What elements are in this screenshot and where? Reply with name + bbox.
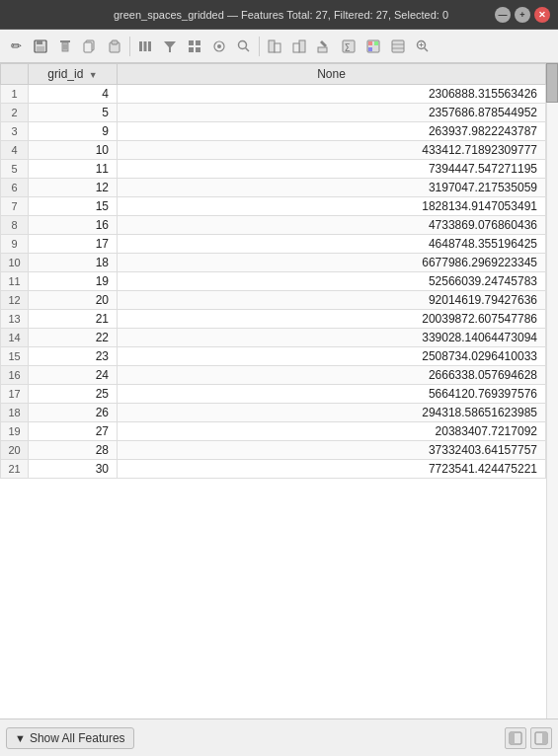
table-container: grid_id ▼ None 142306888.315563426252357…	[0, 63, 558, 718]
none-cell: 20383407.7217092	[118, 422, 546, 441]
grid-id-cell: 17	[29, 235, 118, 254]
table-scroll-area[interactable]: grid_id ▼ None 142306888.315563426252357…	[0, 63, 558, 718]
more-options-button[interactable]	[386, 35, 410, 58]
table-row[interactable]: 111952566039.24745783	[1, 272, 546, 291]
svg-point-21	[239, 40, 247, 48]
none-cell: 6677986.2969223345	[118, 254, 546, 272]
title-bar: green_spaces_gridded — Features Total: 2…	[0, 0, 558, 30]
svg-rect-17	[189, 47, 194, 52]
delete-button[interactable]	[53, 35, 77, 58]
row-number-cell: 15	[1, 347, 29, 366]
svg-rect-25	[299, 40, 305, 52]
select-all-button[interactable]	[183, 35, 206, 58]
none-cell: 20039872.607547786	[118, 310, 546, 329]
separator-1	[129, 37, 130, 56]
row-number-cell: 9	[1, 235, 29, 254]
row-number-cell: 11	[1, 272, 29, 291]
table-row[interactable]: 17255664120.769397576	[1, 385, 546, 404]
none-cell: 2357686.878544952	[118, 104, 546, 122]
table-row[interactable]: 7151828134.9147053491	[1, 197, 546, 216]
svg-line-39	[425, 47, 429, 51]
table-row[interactable]: 8164733869.076860436	[1, 216, 546, 235]
table-row[interactable]: 122092014619.79427636	[1, 291, 546, 310]
grid-id-cell: 26	[29, 404, 118, 422]
panel-right-button[interactable]	[530, 727, 552, 749]
attribute-table: grid_id ▼ None 142306888.315563426252357…	[0, 63, 546, 479]
none-cell: 92014619.79427636	[118, 291, 546, 310]
none-cell: 2306888.315563426	[118, 85, 546, 104]
grid-id-cell: 19	[29, 272, 118, 291]
calc-button[interactable]: ∑	[337, 35, 360, 58]
table-row[interactable]: 142306888.315563426	[1, 85, 546, 104]
paste-selected-button[interactable]	[287, 35, 311, 58]
separator-2	[259, 37, 260, 56]
table-row[interactable]: 6123197047.217535059	[1, 179, 546, 197]
row-number-cell: 13	[1, 310, 29, 329]
table-row[interactable]: 1826294318.58651623985	[1, 404, 546, 422]
table-row[interactable]: 21307723541.424475221	[1, 460, 546, 479]
table-row[interactable]: 15232508734.0296410033	[1, 347, 546, 366]
table-row[interactable]: 410433412.71892309777	[1, 141, 546, 160]
svg-rect-23	[269, 40, 275, 52]
vertical-scrollbar[interactable]	[546, 63, 558, 718]
edit-cell-button[interactable]	[312, 35, 336, 58]
none-cell: 4648748.355196425	[118, 235, 546, 254]
toolbar: ✏ ∑	[0, 30, 558, 63]
none-cell: 37332403.64157757	[118, 441, 546, 460]
table-row[interactable]: 192720383407.7217092	[1, 422, 546, 441]
close-button[interactable]: ✕	[534, 7, 550, 23]
svg-rect-12	[144, 41, 147, 51]
none-cell: 1828134.9147053491	[118, 197, 546, 216]
none-cell: 339028.14064473094	[118, 329, 546, 347]
table-row[interactable]: 39263937.9822243787	[1, 122, 546, 141]
table-body: 142306888.315563426252357686.87854495239…	[1, 85, 546, 479]
table-row[interactable]: 252357686.878544952	[1, 104, 546, 122]
minimize-button[interactable]: —	[495, 7, 511, 23]
table-row[interactable]: 16242666338.057694628	[1, 366, 546, 385]
table-row[interactable]: 9174648748.355196425	[1, 235, 546, 254]
invert-selection-button[interactable]	[207, 35, 231, 58]
none-header[interactable]: None	[118, 64, 546, 85]
svg-marker-28	[320, 40, 327, 47]
zoom-button[interactable]	[411, 35, 435, 58]
grid-id-cell: 9	[29, 122, 118, 141]
copy-button[interactable]	[78, 35, 102, 58]
table-row[interactable]: 132120039872.607547786	[1, 310, 546, 329]
row-number-cell: 10	[1, 254, 29, 272]
svg-line-22	[246, 47, 250, 51]
column-settings-button[interactable]	[133, 35, 157, 58]
grid-id-cell: 27	[29, 422, 118, 441]
save-button[interactable]	[29, 35, 52, 58]
maximize-button[interactable]: +	[515, 7, 530, 23]
window-title: green_spaces_gridded — Features Total: 2…	[67, 9, 495, 21]
paste-button[interactable]	[103, 35, 126, 58]
svg-rect-8	[84, 42, 92, 52]
table-row[interactable]: 10186677986.2969223345	[1, 254, 546, 272]
row-number-cell: 4	[1, 141, 29, 160]
row-number-cell: 19	[1, 422, 29, 441]
svg-rect-24	[275, 43, 280, 52]
svg-rect-27	[318, 47, 327, 52]
filter-button[interactable]	[158, 35, 182, 58]
show-all-features-button[interactable]: ▼ Show All Features	[6, 727, 134, 749]
table-row[interactable]: 5117394447.547271195	[1, 160, 546, 179]
edit-toggle-button[interactable]: ✏	[4, 35, 28, 58]
row-number-cell: 18	[1, 404, 29, 422]
scrollbar-thumb[interactable]	[546, 63, 558, 103]
row-number-cell: 14	[1, 329, 29, 347]
search-button[interactable]	[232, 35, 256, 58]
row-number-cell: 3	[1, 122, 29, 141]
table-row[interactable]: 202837332403.64157757	[1, 441, 546, 460]
panel-left-button[interactable]	[505, 727, 526, 749]
row-number-cell: 8	[1, 216, 29, 235]
grid-id-cell: 12	[29, 179, 118, 197]
row-number-cell: 20	[1, 441, 29, 460]
grid-id-header[interactable]: grid_id ▼	[29, 64, 118, 85]
grid-id-cell: 10	[29, 141, 118, 160]
copy-selected-button[interactable]	[263, 35, 286, 58]
grid-id-cell: 18	[29, 254, 118, 272]
table-row[interactable]: 1422339028.14064473094	[1, 329, 546, 347]
none-cell: 52566039.24745783	[118, 272, 546, 291]
conditional-format-button[interactable]	[361, 35, 385, 58]
row-number-cell: 7	[1, 197, 29, 216]
